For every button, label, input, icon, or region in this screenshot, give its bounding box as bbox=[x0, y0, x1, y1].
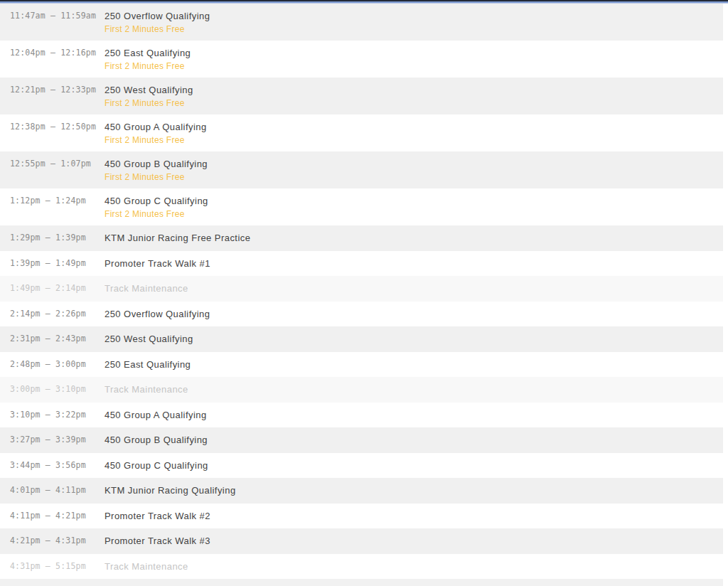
event-free-badge: First 2 Minutes Free bbox=[105, 23, 210, 36]
event-info: 250 West Qualifying First 2 Minutes Free bbox=[105, 84, 193, 110]
event-info: 250 Overflow Qualifying bbox=[105, 308, 210, 320]
event-time: 11:47am – 11:59am bbox=[10, 10, 105, 22]
event-info: Track Maintenance bbox=[105, 282, 188, 294]
event-time: 2:31pm – 2:43pm bbox=[10, 333, 105, 345]
event-time: 12:55pm – 1:07pm bbox=[10, 158, 105, 170]
event-free-badge: First 2 Minutes Free bbox=[105, 60, 191, 73]
event-title: 450 Group A Qualifying bbox=[105, 409, 207, 421]
schedule-row[interactable]: 4:21pm – 4:31pm Promoter Track Walk #3 bbox=[0, 528, 723, 554]
event-time: 3:00pm – 3:10pm bbox=[10, 383, 105, 395]
schedule-row[interactable]: 11:47am – 11:59am 250 Overflow Qualifyin… bbox=[0, 4, 723, 41]
event-info: 450 Group B Qualifying bbox=[105, 434, 208, 446]
event-time: 12:21pm – 12:33pm bbox=[10, 84, 105, 96]
schedule-row[interactable]: 2:48pm – 3:00pm 250 East Qualifying bbox=[0, 352, 723, 378]
event-title: 450 Group A Qualifying bbox=[105, 121, 207, 133]
schedule-row[interactable]: 3:44pm – 3:56pm 450 Group C Qualifying bbox=[0, 453, 723, 479]
event-title: 250 Overflow Qualifying bbox=[105, 308, 210, 320]
event-title: 250 East Qualifying bbox=[105, 47, 191, 59]
event-info: KTM Junior Racing Free Practice bbox=[105, 232, 250, 244]
event-time: 2:48pm – 3:00pm bbox=[10, 358, 105, 371]
next-row-partial bbox=[0, 579, 723, 586]
event-info: Promoter Track Walk #2 bbox=[105, 510, 210, 522]
event-free-badge: First 2 Minutes Free bbox=[105, 134, 207, 146]
event-info: Promoter Track Walk #1 bbox=[105, 257, 210, 270]
event-info: 450 Group C Qualifying First 2 Minutes F… bbox=[105, 195, 208, 220]
event-info: 450 Group C Qualifying bbox=[105, 459, 208, 472]
event-title: KTM Junior Racing Free Practice bbox=[105, 232, 250, 244]
event-info: KTM Junior Racing Qualifying bbox=[105, 484, 236, 496]
event-time: 3:27pm – 3:39pm bbox=[10, 434, 105, 446]
event-time: 4:21pm – 4:31pm bbox=[10, 535, 105, 547]
event-time: 1:39pm – 1:49pm bbox=[10, 257, 105, 270]
event-time: 2:14pm – 2:26pm bbox=[10, 308, 105, 320]
event-time: 12:38pm – 12:50pm bbox=[10, 121, 105, 133]
event-info: 250 East Qualifying bbox=[105, 358, 191, 371]
schedule-row[interactable]: 3:00pm – 3:10pm Track Maintenance bbox=[0, 377, 723, 403]
schedule-row[interactable]: 12:21pm – 12:33pm 250 West Qualifying Fi… bbox=[0, 78, 723, 114]
event-info: Promoter Track Walk #3 bbox=[105, 535, 210, 547]
schedule-list: 11:47am – 11:59am 250 Overflow Qualifyin… bbox=[0, 4, 723, 579]
event-time: 4:01pm – 4:11pm bbox=[10, 484, 105, 496]
event-time: 4:31pm – 5:15pm bbox=[10, 560, 105, 572]
schedule-row[interactable]: 12:04pm – 12:16pm 250 East Qualifying Fi… bbox=[0, 41, 723, 78]
event-time: 3:10pm – 3:22pm bbox=[10, 409, 105, 421]
schedule-row[interactable]: 1:49pm – 2:14pm Track Maintenance bbox=[0, 276, 723, 302]
event-title: Promoter Track Walk #1 bbox=[105, 257, 210, 270]
event-title: 250 East Qualifying bbox=[105, 358, 191, 371]
event-title: 450 Group B Qualifying bbox=[105, 434, 208, 446]
event-time: 12:04pm – 12:16pm bbox=[10, 47, 105, 59]
event-info: Track Maintenance bbox=[105, 383, 188, 395]
event-free-badge: First 2 Minutes Free bbox=[105, 208, 208, 220]
schedule-row[interactable]: 12:55pm – 1:07pm 450 Group B Qualifying … bbox=[0, 151, 723, 188]
schedule-row[interactable]: 12:38pm – 12:50pm 450 Group A Qualifying… bbox=[0, 114, 723, 151]
event-info: Track Maintenance bbox=[105, 560, 188, 572]
schedule-row[interactable]: 1:29pm – 1:39pm KTM Junior Racing Free P… bbox=[0, 225, 723, 251]
event-title: Promoter Track Walk #3 bbox=[105, 535, 210, 547]
event-free-badge: First 2 Minutes Free bbox=[105, 171, 208, 183]
schedule-row[interactable]: 4:01pm – 4:11pm KTM Junior Racing Qualif… bbox=[0, 478, 723, 504]
event-title: 250 West Qualifying bbox=[105, 84, 193, 96]
event-info: 250 Overflow Qualifying First 2 Minutes … bbox=[105, 10, 210, 36]
event-time: 1:29pm – 1:39pm bbox=[10, 232, 105, 244]
schedule-row[interactable]: 1:39pm – 1:49pm Promoter Track Walk #1 bbox=[0, 251, 723, 277]
schedule-row[interactable]: 2:14pm – 2:26pm 250 Overflow Qualifying bbox=[0, 302, 723, 327]
event-time: 4:11pm – 4:21pm bbox=[10, 510, 105, 522]
event-title: 450 Group C Qualifying bbox=[105, 459, 208, 472]
event-time: 3:44pm – 3:56pm bbox=[10, 459, 105, 472]
event-time: 1:12pm – 1:24pm bbox=[10, 195, 105, 207]
schedule-row[interactable]: 4:31pm – 5:15pm Track Maintenance bbox=[0, 554, 723, 580]
event-title: Track Maintenance bbox=[105, 560, 188, 572]
event-title: 250 Overflow Qualifying bbox=[105, 10, 210, 22]
event-title: 450 Group B Qualifying bbox=[105, 158, 208, 170]
event-info: 450 Group B Qualifying First 2 Minutes F… bbox=[105, 158, 208, 183]
schedule-row[interactable]: 2:31pm – 2:43pm 250 West Qualifying bbox=[0, 326, 723, 352]
schedule-row[interactable]: 3:10pm – 3:22pm 450 Group A Qualifying bbox=[0, 403, 723, 428]
event-free-badge: First 2 Minutes Free bbox=[105, 97, 193, 110]
event-title: 450 Group C Qualifying bbox=[105, 195, 208, 207]
event-title: KTM Junior Racing Qualifying bbox=[105, 484, 236, 496]
event-info: 250 West Qualifying bbox=[105, 333, 193, 345]
schedule-row[interactable]: 4:11pm – 4:21pm Promoter Track Walk #2 bbox=[0, 504, 723, 529]
event-title: Track Maintenance bbox=[105, 383, 188, 395]
event-title: Track Maintenance bbox=[105, 282, 188, 294]
event-time: 1:49pm – 2:14pm bbox=[10, 282, 105, 294]
event-info: 450 Group A Qualifying First 2 Minutes F… bbox=[105, 121, 207, 146]
event-info: 250 East Qualifying First 2 Minutes Free bbox=[105, 47, 191, 73]
event-title: 250 West Qualifying bbox=[105, 333, 193, 345]
event-title: Promoter Track Walk #2 bbox=[105, 510, 210, 522]
schedule-row[interactable]: 1:12pm – 1:24pm 450 Group C Qualifying F… bbox=[0, 188, 723, 225]
schedule-row[interactable]: 3:27pm – 3:39pm 450 Group B Qualifying bbox=[0, 427, 723, 453]
event-info: 450 Group A Qualifying bbox=[105, 409, 207, 421]
